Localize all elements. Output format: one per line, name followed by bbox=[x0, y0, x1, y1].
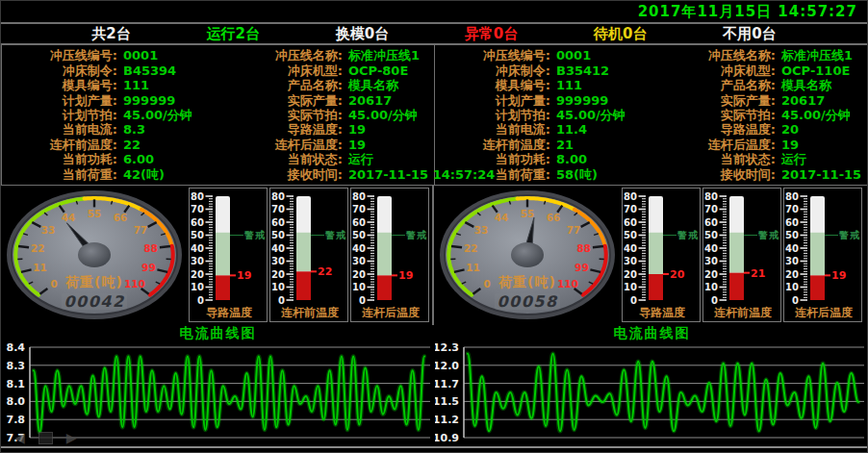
info-label: 连杆后温度: bbox=[652, 138, 776, 152]
info-label: 当前荷重: bbox=[441, 167, 550, 182]
current-charts-row: 电流曲线图 8.48.38.18.07.87.7 ◀ ▶ 电流曲线图 12.31… bbox=[1, 325, 867, 448]
chart-title: 电流曲线图 bbox=[1, 325, 435, 342]
info-label: 冲床制令: bbox=[8, 63, 117, 78]
svg-text:40: 40 bbox=[271, 243, 285, 254]
current-curve-plot: 12.312.011.711.511.210.9 bbox=[435, 342, 868, 446]
svg-text:70: 70 bbox=[271, 204, 285, 214]
thermometer-连杆前温度: 01020304050607080警戒21连杆前温度 bbox=[702, 188, 781, 322]
machine-1-current-chart: 电流曲线图 8.48.38.18.07.87.7 ◀ ▶ bbox=[1, 325, 435, 446]
svg-text:22: 22 bbox=[464, 242, 478, 254]
svg-text:12.3: 12.3 bbox=[435, 342, 459, 354]
svg-text:60: 60 bbox=[624, 217, 637, 228]
scroll-thumb[interactable] bbox=[38, 432, 53, 444]
thermometer-graphic: 01020304050607080警戒20导路温度 bbox=[623, 189, 700, 321]
svg-text:60: 60 bbox=[785, 217, 799, 228]
svg-text:8.4: 8.4 bbox=[7, 342, 26, 354]
svg-text:8.3: 8.3 bbox=[7, 360, 26, 372]
svg-text:40: 40 bbox=[624, 243, 637, 254]
svg-text:60: 60 bbox=[704, 217, 718, 228]
svg-text:40: 40 bbox=[704, 243, 718, 254]
info-label: 冲压线名称: bbox=[652, 48, 776, 63]
info-value: 运行 bbox=[776, 152, 868, 166]
svg-text:88: 88 bbox=[143, 242, 158, 254]
info-value: 2017-11-15 14:57:24 bbox=[776, 167, 868, 182]
svg-text:10: 10 bbox=[704, 282, 718, 292]
svg-text:0: 0 bbox=[711, 295, 718, 306]
status-tab-0[interactable]: 共2台 bbox=[91, 25, 130, 43]
svg-text:40: 40 bbox=[352, 243, 366, 254]
info-label: 模具编号: bbox=[8, 78, 117, 92]
svg-text:44: 44 bbox=[62, 212, 76, 223]
scroll-right-icon[interactable]: ▶ bbox=[66, 431, 77, 444]
info-label: 计划节拍: bbox=[8, 108, 117, 122]
svg-text:20: 20 bbox=[352, 269, 366, 280]
svg-text:10: 10 bbox=[785, 282, 799, 292]
scroll-left-icon[interactable]: ◀ bbox=[14, 431, 25, 444]
info-value: 8.3 bbox=[117, 122, 219, 137]
info-label: 当前电流: bbox=[441, 122, 550, 137]
status-tab-4[interactable]: 待机0台 bbox=[594, 25, 647, 43]
svg-text:连杆后温度: 连杆后温度 bbox=[795, 306, 853, 319]
info-value: 20 bbox=[776, 122, 868, 137]
info-label: 导路温度: bbox=[652, 122, 776, 137]
info-label: 冲床制令: bbox=[441, 63, 550, 78]
machine-2-current-chart: 电流曲线图 12.312.011.711.511.210.9 bbox=[435, 325, 868, 446]
info-value: 22 bbox=[117, 138, 219, 152]
info-value: 标准冲压线1 bbox=[776, 48, 868, 63]
svg-text:55: 55 bbox=[521, 208, 535, 219]
svg-text:33: 33 bbox=[41, 224, 56, 236]
info-label: 计划节拍: bbox=[441, 108, 550, 122]
svg-text:66: 66 bbox=[114, 212, 128, 223]
info-label: 当前荷重: bbox=[8, 167, 117, 182]
svg-text:66: 66 bbox=[547, 212, 561, 223]
svg-text:7.8: 7.8 bbox=[7, 414, 26, 426]
svg-text:0: 0 bbox=[50, 278, 57, 289]
info-value: 111 bbox=[550, 78, 652, 92]
svg-text:50: 50 bbox=[271, 230, 285, 240]
svg-text:60: 60 bbox=[191, 217, 204, 228]
status-tab-3[interactable]: 异常0台 bbox=[465, 25, 518, 43]
info-label: 当前电流: bbox=[8, 122, 117, 137]
svg-text:警戒: 警戒 bbox=[677, 230, 699, 240]
hmi-dashboard: 2017年11月15日 14:57:27 共2台运行2台换模0台异常0台待机0台… bbox=[0, 0, 868, 453]
svg-text:导路温度: 导路温度 bbox=[639, 306, 685, 319]
info-value: 20617 bbox=[776, 93, 868, 108]
svg-text:44: 44 bbox=[495, 212, 509, 223]
svg-text:20: 20 bbox=[624, 269, 637, 280]
svg-text:0: 0 bbox=[197, 295, 204, 306]
info-label: 产品名称: bbox=[219, 78, 343, 92]
svg-text:99: 99 bbox=[141, 262, 156, 273]
chart-nav-controls: ◀ ▶ bbox=[14, 431, 77, 444]
info-value: OCP-110E bbox=[776, 63, 868, 78]
info-label: 连杆前温度: bbox=[441, 138, 550, 152]
svg-text:11: 11 bbox=[33, 262, 47, 273]
svg-text:导路温度: 导路温度 bbox=[206, 306, 252, 319]
svg-text:30: 30 bbox=[191, 256, 204, 266]
svg-text:80: 80 bbox=[271, 191, 285, 202]
svg-text:荷重(吨): 荷重(吨) bbox=[64, 274, 123, 289]
top-bar: 2017年11月15日 14:57:27 bbox=[1, 1, 867, 22]
svg-text:10.9: 10.9 bbox=[435, 432, 459, 444]
machine-1-load-gauge: 0112233445566778899110荷重(吨)00042 bbox=[2, 188, 187, 323]
svg-text:0: 0 bbox=[630, 295, 637, 306]
thermometer-导路温度: 01020304050607080警戒20导路温度 bbox=[622, 188, 701, 322]
svg-text:21: 21 bbox=[751, 267, 765, 280]
svg-text:110: 110 bbox=[124, 278, 145, 289]
info-value: 19 bbox=[776, 138, 868, 152]
status-tab-1[interactable]: 运行2台 bbox=[207, 25, 260, 43]
gauge-thermometer-row: 0112233445566778899110荷重(吨)00042 0102030… bbox=[1, 186, 867, 325]
svg-text:30: 30 bbox=[624, 256, 637, 266]
svg-text:99: 99 bbox=[574, 262, 589, 273]
svg-text:0: 0 bbox=[792, 295, 799, 306]
svg-text:11.7: 11.7 bbox=[435, 378, 459, 390]
info-label: 连杆后温度: bbox=[219, 138, 343, 152]
svg-text:警戒: 警戒 bbox=[757, 230, 779, 240]
info-label: 实际产量: bbox=[652, 93, 776, 108]
status-tab-5[interactable]: 不用0台 bbox=[723, 25, 776, 43]
svg-text:20: 20 bbox=[670, 268, 685, 281]
info-label: 冲床机型: bbox=[652, 63, 776, 78]
info-value: 模具名称 bbox=[776, 78, 868, 92]
svg-text:20: 20 bbox=[271, 269, 285, 280]
status-tab-2[interactable]: 换模0台 bbox=[336, 25, 389, 43]
svg-text:警戒: 警戒 bbox=[243, 230, 266, 240]
